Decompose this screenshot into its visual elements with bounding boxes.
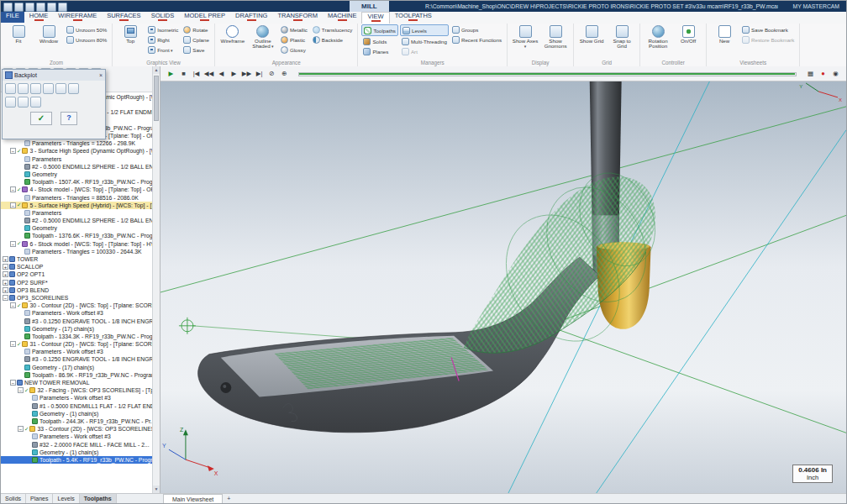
tree-item[interactable]: −✓6 - Stock model - [WCS: Top] - [Tplane… [1,240,152,248]
tree-item[interactable]: Toolpath - 1507.4K - RF19_r33b_PW.NC - P… [1,178,152,186]
art-button[interactable]: Art [400,46,449,56]
show-gnomons-button[interactable]: Show Gnomons [541,24,570,50]
tree-item[interactable]: +TOWER [1,255,152,263]
toolpath-trace-toggle[interactable]: ⊘ [266,68,277,79]
groups-button[interactable]: Groups [450,24,503,34]
plastic-button[interactable]: Plastic [279,34,309,45]
scene-wrap[interactable]: Z X Y X Y [160,81,846,493]
backside-button[interactable]: Backside [311,34,355,45]
front-button[interactable]: Front ▾ [146,45,180,55]
backplot-play-icon[interactable] [5,83,16,94]
expand-toggle-icon[interactable]: + [3,264,8,270]
ribbon-tab-drafting[interactable]: DRAFTING [230,12,272,23]
backplot-progress-slider[interactable] [298,70,797,78]
file-new-icon[interactable] [3,3,13,12]
tree-item[interactable]: −✓30 - Contour (2D) - [WCS: Top] - [Tpla… [1,302,152,309]
panel-tab-levels[interactable]: Levels [53,494,79,503]
ribbon-tab-model-prep[interactable]: MODEL PREP [179,12,230,23]
fast-forward-button[interactable]: ▶▶ [241,68,252,79]
tree-item[interactable]: Geometry [1,224,152,232]
display-vectors-icon[interactable] [5,97,16,108]
save-button[interactable]: Save [182,45,211,55]
follow-tool-toggle[interactable]: ⊕ [279,68,290,79]
tree-item[interactable]: −✓31 - Contour (2D) - [WCS: Top] - [Tpla… [1,340,152,348]
unzoom-80--button[interactable]: Unzoom 80% [65,34,108,45]
undo-icon[interactable] [58,3,67,12]
glossy-button[interactable]: Glossy [279,45,309,55]
context-tab-mill[interactable]: MILL [350,1,389,12]
levels-button[interactable]: Levels [400,24,449,36]
tree-item[interactable]: −✓4 - Stock model - [WCS: Top] - [Tplane… [1,186,152,193]
expand-toggle-icon[interactable]: − [10,202,16,208]
tree-item[interactable]: −✓3 - Surface High Speed (Dynamic OptRou… [1,147,152,155]
panel-tab-toolpaths[interactable]: Toolpaths [80,494,117,503]
stop-button[interactable]: ■ [178,68,189,79]
step-forward-button[interactable]: ▶ [229,68,239,79]
tree-item[interactable]: Parameters - Triangles = 88516 - 2086.0K [1,193,152,201]
tree-item[interactable]: #32 - 2.0000 FACE MILL - FACE MILL - 2..… [1,440,152,448]
scroll-up-icon[interactable]: ▲ [153,66,160,74]
scroll-down-icon[interactable]: ▼ [153,486,160,493]
planes-button[interactable]: Planes [361,46,398,56]
file-open-icon[interactable] [14,3,24,12]
ribbon-tab-view[interactable]: VIEW [361,12,389,24]
tree-item[interactable]: Parameters - Work offset #3 [1,309,152,317]
tree-item[interactable]: #3 - 0.1250 ENGRAVE TOOL - 1/8 INCH ENGR… [1,317,152,324]
window-button[interactable]: Window [34,24,63,44]
rotation-position-button[interactable]: Rotation Position [644,24,672,50]
tree-item[interactable]: #1 - 0.5000 ENDMILL1 FLAT - 1/2 FLAT END… [1,402,152,410]
file-save-icon[interactable] [25,3,34,12]
expand-toggle-icon[interactable]: + [3,280,8,286]
tree-item[interactable]: Geometry [1,171,152,178]
outline-shaded-button[interactable]: Outline Shaded ▾ [249,24,277,50]
tree-item[interactable]: Parameters - Triangles = 100330 - 2644.3… [1,248,152,255]
on-off-button[interactable]: On/Off [674,24,702,44]
repaint-icon[interactable] [47,3,56,12]
tree-item[interactable]: Parameters - Work offset #3 [1,433,152,440]
expand-toggle-icon[interactable]: − [3,295,8,301]
expand-toggle-icon[interactable]: − [18,387,24,393]
snap-to-grid-button[interactable]: Snap to Grid [608,24,636,50]
tree-item[interactable]: Parameters - Work offset #3 [1,348,152,355]
ok-button[interactable]: ✓ [30,112,52,125]
ribbon-tab-solids[interactable]: SOLIDS [146,12,180,23]
ribbon-tab-home[interactable]: HOME [24,12,54,23]
expand-toggle-icon[interactable]: − [10,241,16,247]
quick-verify-icon[interactable] [55,83,66,94]
help-button[interactable]: ? [60,112,77,125]
fit-button[interactable]: Fit [4,24,33,44]
tree-item[interactable]: −✓33 - Contour (2D) - [WCS: OP3 SCORELIN… [1,425,152,433]
tree-item[interactable]: +SCALLOP [1,263,152,270]
panel-tab-planes[interactable]: Planes [26,494,53,503]
viewsheet-tab-main[interactable]: Main Viewsheet [163,494,223,503]
scroll-thumb[interactable] [154,76,159,121]
close-icon[interactable]: × [99,72,103,78]
backplot-details-button[interactable]: ▦ [805,68,816,79]
ribbon-tab-toolpaths[interactable]: TOOLPATHS [390,12,437,23]
tree-item[interactable]: +OP2 SURF* [1,279,152,286]
go-to-end-button[interactable]: ▶| [254,68,265,79]
expand-toggle-icon[interactable]: + [3,271,8,277]
endpoints-icon[interactable] [18,97,29,108]
play-button[interactable]: ▶ [166,68,176,79]
right-button[interactable]: Right [146,34,180,45]
translucency-button[interactable]: Translucency [311,24,355,34]
recent-functions-button[interactable]: Recent Functions [450,34,503,45]
wireframe-button[interactable]: Wireframe [218,24,247,44]
color-loop-icon[interactable] [68,83,79,94]
expand-toggle-icon[interactable]: − [18,426,24,432]
go-to-start-button[interactable]: |◀ [191,68,202,79]
backplot-options-icon[interactable] [43,83,54,94]
top-button[interactable]: Top [116,24,145,44]
tree-item[interactable]: Parameters - Work offset #3 [1,394,152,402]
tree-item[interactable]: +OP2 OPT1 [1,270,152,278]
zoom-fit-icon[interactable] [36,3,45,12]
rotate-button[interactable]: Rotate [182,24,211,34]
tree-item[interactable]: Geometry - (17) chain(s) [1,325,152,333]
multi-threading-button[interactable]: Multi-Threading [400,36,449,46]
fast-back-button[interactable]: ◀◀ [203,68,214,79]
tree-item[interactable]: Toolpath - 5.4K - RF19_r33b_PW.NC - Prog… [1,456,152,464]
panel-tab-solids[interactable]: Solids [1,494,26,503]
backplot-palette-titlebar[interactable]: Backplot × [3,70,105,81]
ribbon-tab-transform[interactable]: TRANSFORM [272,12,323,23]
